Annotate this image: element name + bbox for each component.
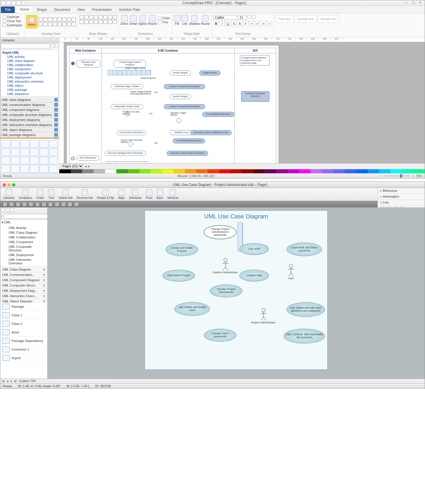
toolbar-reverse-link[interactable]: Reverse link xyxy=(77,189,93,199)
accordion-item[interactable]: UML Communication...⊗ xyxy=(0,272,47,278)
shape-icon[interactable] xyxy=(99,20,103,24)
shape-icon[interactable] xyxy=(103,15,107,19)
color-swatch[interactable] xyxy=(219,169,231,173)
close-icon[interactable]: × xyxy=(54,133,58,137)
usecase-node[interactable]: Add, Delete and Edit strain questions an… xyxy=(287,302,325,317)
color-swatch[interactable] xyxy=(368,169,379,173)
color-swatch[interactable] xyxy=(151,169,162,173)
shape-list-item[interactable]: Class 1 xyxy=(0,311,47,320)
palette-shape[interactable] xyxy=(1,140,10,148)
palette-shape[interactable] xyxy=(20,140,29,148)
toolbar-chain[interactable]: Chain xyxy=(36,189,44,199)
tree-leaf[interactable]: UML deployment xyxy=(2,75,58,79)
font-size-select[interactable] xyxy=(238,15,247,20)
color-swatch[interactable] xyxy=(208,169,219,173)
tab-home[interactable]: Home xyxy=(16,6,33,13)
activity-node[interactable]: PageContext xyxy=(199,71,220,76)
color-swatch[interactable] xyxy=(105,169,117,173)
activity-node[interactable]: Send Response xyxy=(76,156,99,161)
tree-leaf[interactable]: UML sequence xyxy=(2,92,58,96)
connector-spline[interactable]: Spline xyxy=(138,15,147,25)
close-icon[interactable]: ⊗ xyxy=(43,294,45,298)
close-icon[interactable]: ⊗ xyxy=(43,289,45,293)
color-swatch[interactable] xyxy=(402,169,413,173)
tree-leaf[interactable]: UML collaboration xyxy=(2,63,58,67)
color-swatch[interactable] xyxy=(231,169,242,173)
palette-shape[interactable] xyxy=(49,140,58,148)
accordion-item[interactable]: UML class diagrams× xyxy=(0,97,59,102)
tab-shape[interactable]: Shape xyxy=(33,6,50,13)
diagram-page[interactable]: Web Container Receive User Request Send … xyxy=(66,45,279,163)
color-swatch[interactable] xyxy=(322,169,334,173)
underline-button[interactable]: U xyxy=(225,21,231,26)
scroll-right-icon[interactable]: ▸ xyxy=(88,165,90,168)
strip-icon[interactable] xyxy=(55,202,59,207)
mac-search-input[interactable] xyxy=(3,214,48,219)
tool-icon[interactable] xyxy=(72,22,76,26)
tool-icon[interactable] xyxy=(43,17,48,22)
redo-icon[interactable] xyxy=(22,1,26,5)
activity-node[interactable]: FormValidationResponse xyxy=(173,138,205,143)
tool-icon[interactable] xyxy=(48,17,52,22)
usecase-node[interactable]: Analyse data xyxy=(239,270,269,282)
color-swatch[interactable] xyxy=(265,169,276,173)
shape-icon[interactable] xyxy=(94,15,98,19)
shape-icon[interactable] xyxy=(80,20,84,24)
accordion-item[interactable]: UML Component Diagram⊗ xyxy=(0,278,47,283)
tool-icon[interactable] xyxy=(67,17,71,22)
italic-button[interactable]: I xyxy=(219,21,225,26)
tree-leaf[interactable]: UML Activity xyxy=(4,225,46,230)
palette-shape[interactable] xyxy=(1,157,10,164)
mac-library-tree[interactable]: ▾ UML UML ActivityUML Class DiagramUML C… xyxy=(0,220,47,267)
fill-button[interactable]: Fill xyxy=(174,15,180,25)
strip-icon[interactable] xyxy=(16,202,20,207)
toolbar-align[interactable]: Align xyxy=(118,189,125,199)
tree-leaf[interactable]: UML activity xyxy=(2,55,58,59)
note-node[interactable]: A PageContext instance corresponds to on… xyxy=(240,55,269,66)
toolbar-delete-link[interactable]: Delete link xyxy=(59,189,73,199)
tab-solution-park[interactable]: Solution Park xyxy=(115,6,143,13)
new-icon[interactable] xyxy=(1,1,6,5)
tree-leaf[interactable]: UML Deployment xyxy=(4,253,46,257)
color-swatch[interactable] xyxy=(128,169,139,173)
color-swatch[interactable] xyxy=(379,169,390,173)
zoom-in-icon[interactable]: + xyxy=(412,174,414,178)
color-swatch[interactable] xyxy=(345,169,356,173)
font-color-button[interactable]: A xyxy=(237,21,242,26)
duplicate-button[interactable]: Duplicate xyxy=(3,15,22,19)
floating-toolbar[interactable] xyxy=(108,70,151,75)
tree-root[interactable]: Rapid UML xyxy=(2,50,58,55)
shape-icon[interactable] xyxy=(80,15,84,19)
color-swatch[interactable] xyxy=(390,169,402,173)
open-icon[interactable] xyxy=(6,1,11,5)
color-swatch[interactable] xyxy=(299,169,310,173)
search-icon[interactable] xyxy=(11,208,14,212)
usecase-node[interactable]: Change Project Administrator's passwords xyxy=(204,225,236,239)
palette-shape[interactable] xyxy=(30,165,39,173)
shape-list-item[interactable]: Connector 1 xyxy=(0,345,47,354)
tree-leaf[interactable]: UML Class Diagram xyxy=(4,230,46,235)
zoom-slider[interactable] xyxy=(384,175,411,176)
close-icon[interactable]: ✕ xyxy=(417,1,424,5)
strip-icon[interactable] xyxy=(9,202,14,207)
strike-button[interactable]: S xyxy=(231,21,236,26)
mac-diagram-page[interactable]: UML Use Case Diagram Change Project Admi… xyxy=(145,210,328,370)
activity-node[interactable]: Existing Enterprise Systems xyxy=(241,91,269,102)
color-bar[interactable] xyxy=(59,169,425,173)
decision-node-icon[interactable] xyxy=(176,117,182,123)
color-swatch[interactable] xyxy=(196,169,208,173)
color-swatch[interactable] xyxy=(174,169,185,173)
page-nav-icon[interactable]: |◂ xyxy=(2,379,4,383)
strip-icon[interactable] xyxy=(61,202,66,207)
close-icon[interactable]: ⊗ xyxy=(43,268,45,271)
align-center-button[interactable]: ≡ xyxy=(249,21,254,26)
usecase-node[interactable]: Edit Default Project xyxy=(163,270,195,282)
activity-node[interactable]: Interpolate SnapIn Data xyxy=(111,104,143,109)
tool-icon[interactable] xyxy=(43,22,48,26)
color-swatch[interactable] xyxy=(139,169,151,173)
tree-leaf[interactable]: UML interaction overview xyxy=(2,79,58,84)
grid-view-icon[interactable] xyxy=(6,208,9,212)
activity-node[interactable]: Return PageData (Velocity Context) xyxy=(105,161,149,163)
shape-list-item[interactable]: Actor xyxy=(0,328,47,337)
line-button[interactable]: Line xyxy=(182,15,188,25)
